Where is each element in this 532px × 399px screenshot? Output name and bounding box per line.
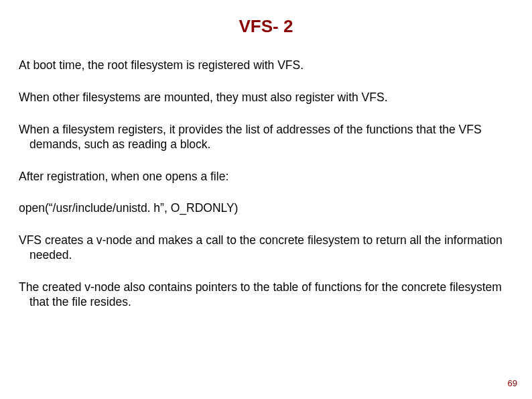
page-number: 69: [508, 378, 517, 388]
paragraph-4: After registration, when one opens a fil…: [19, 170, 513, 184]
paragraph-2: When other filesystems are mounted, they…: [19, 91, 513, 105]
paragraph-5: open(“/usr/include/unistd. h”, O_RDONLY): [19, 201, 513, 216]
paragraph-7: The created v-node also contains pointer…: [19, 280, 513, 310]
paragraph-3: When a filesystem registers, it provides…: [19, 123, 513, 152]
slide-title: VFS- 2: [19, 16, 513, 37]
paragraph-6: VFS creates a v-node and makes a call to…: [19, 233, 513, 263]
paragraph-1: At boot time, the root filesystem is reg…: [19, 58, 513, 73]
